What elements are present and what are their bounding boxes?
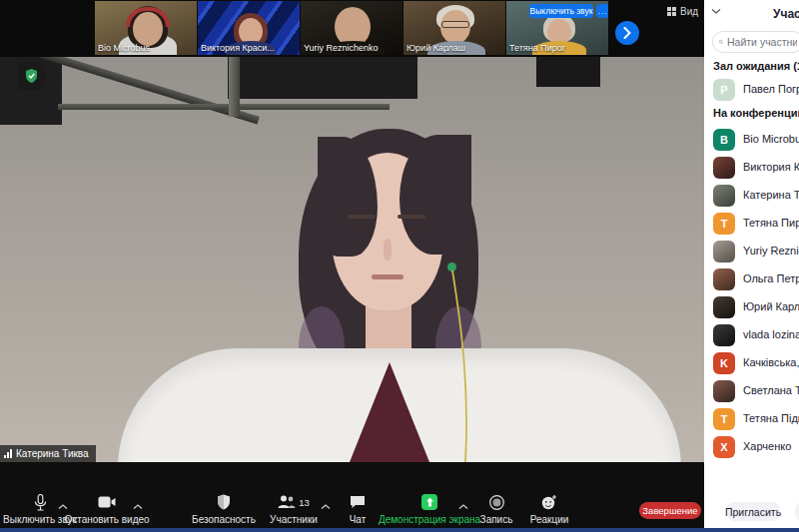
earbud-cable [0,57,704,462]
participant-row[interactable]: Yuriy Reznichen [704,239,799,265]
grid-view-icon [667,7,676,16]
participants-options-chevron[interactable] [321,504,331,510]
participant-name: vlada lozina [743,328,799,340]
panel-title: Учас [773,7,799,21]
filmstrip-next-button[interactable] [615,21,639,45]
avatar [713,241,735,263]
participant-row[interactable]: Катерина Тикв [704,183,799,209]
record-label: Запись [480,514,513,525]
avatar [713,380,735,402]
tile-name-label: Bio Microbus [98,43,150,53]
participant-name: Качківська, Ма [743,356,799,368]
view-label: Вид [680,6,698,17]
participant-name: Тетяна Пирог [743,217,799,229]
chat-bubble-icon [350,495,366,509]
panel-secondary-button[interactable] [795,502,799,521]
avatar: T [713,408,735,430]
video-tile-yuriy-reznichenko[interactable]: Yuriy Reznichenko [301,1,402,55]
reactions-button[interactable]: Реакции [519,494,579,525]
participant-name: Харченко [743,440,791,452]
participant-name: Yuriy Reznichen [743,245,799,257]
in-meeting-header: На конференции (1 [713,107,799,119]
headphones-shape [126,7,170,27]
search-input[interactable] [727,36,797,48]
camera-icon [98,496,116,508]
speaker-name: Катерина Тиква [16,448,89,459]
microphone-icon [34,494,47,511]
video-options-chevron[interactable] [133,504,143,510]
search-box[interactable] [712,31,799,53]
waiting-room-row[interactable]: P Павел Погриб [704,77,799,103]
share-screen-icon [421,494,437,510]
taskbar-sliver [0,528,799,532]
participant-name: Светлана Тете [743,384,799,396]
filmstrip-bar: Bio Microbus Виктория Краси... Yuriy Rez… [0,0,704,57]
avatar [713,296,735,318]
reactions-label: Реакции [530,514,569,525]
avatar: B [713,129,735,151]
chevron-right-icon [623,27,631,39]
glasses-shape [441,21,469,28]
waiting-room-header: Зал ожидания (1) [713,60,799,72]
avatar [713,157,735,179]
tile-name-label: Виктория Краси... [201,43,275,53]
participant-name: Катерина Тикв [743,189,799,201]
panel-collapse-chevron[interactable] [711,8,721,14]
participants-count: 13 [299,497,310,508]
participants-label: Участники [270,514,318,525]
record-button[interactable]: Запись [466,494,526,525]
encryption-badge[interactable] [17,62,45,90]
participant-row[interactable]: T Тетяна Пирог [704,211,799,237]
search-icon [719,37,723,47]
tile-name-label: Тетяна Пирог [509,43,565,53]
participants-panel: Учас Зал ожидания (1) P Павел Погриб На … [704,0,799,528]
meeting-toolbar: Выключить звук Остановить видео Безопасн… [0,462,704,528]
tile-name-label: Yuriy Reznichenko [304,43,379,53]
video-tile-yuriy-karlash[interactable]: Юрий Карлаш [403,1,505,55]
invite-button[interactable]: Пригласить [726,502,780,521]
participant-name: Павел Погриб [743,83,799,95]
security-label: Безопасность [192,514,256,525]
tile-name-label: Юрий Карлаш [406,43,465,53]
audio-signal-icon [4,449,12,458]
main-video-katerina[interactable]: Катерина Тиква [0,57,704,462]
stop-video-label: Остановить видео [64,514,149,525]
reactions-smiley-icon [541,495,557,510]
participant-row[interactable]: vlada lozina [704,322,799,348]
record-icon [489,495,504,510]
participant-row[interactable]: B Bio Microbus ( [704,127,799,153]
speaker-name-label: Катерина Тиква [0,445,96,462]
participant-row[interactable]: X Харченко [704,434,799,460]
participant-row[interactable]: Светлана Тете [704,378,799,404]
video-tile-bio-microbus[interactable]: Bio Microbus [95,1,197,55]
tile-more-button[interactable]: ... [596,4,608,18]
zoom-meeting-window: Bio Microbus Виктория Краси... Yuriy Rez… [0,0,799,532]
view-button[interactable]: Вид [667,4,698,18]
share-screen-label: Демонстрация экрана [379,514,480,525]
end-meeting-button[interactable]: Завершение [639,502,701,519]
tile-mute-button[interactable]: Выключить звук [529,4,593,18]
security-shield-icon [217,494,231,510]
participant-row[interactable]: K Качківська, Ма [704,350,799,376]
participant-name: Ольга Петровн [743,272,799,284]
participants-icon [278,495,296,509]
shield-check-icon [24,68,39,84]
avatar [713,324,735,346]
chat-label: Чат [350,514,367,525]
participant-name: Виктория Крас [743,161,799,173]
avatar: X [713,436,735,458]
participant-name: Bio Microbus ( [743,133,799,145]
participant-name: Тетяна Підгер [743,412,799,424]
participant-name: Юрий Карлаш [743,300,799,312]
participant-row[interactable]: Виктория Крас [704,155,799,181]
avatar: P [713,79,735,101]
video-tile-viktoria[interactable]: Виктория Краси... [198,1,300,55]
participant-row[interactable]: Юрий Карлаш [704,294,799,320]
avatar: T [713,213,735,235]
security-button[interactable]: Безопасность [184,494,264,525]
participant-row[interactable]: T Тетяна Підгер [704,406,799,432]
avatar: K [713,352,735,374]
video-tile-tetiana-pyroh[interactable]: Выключить звук ... Тетяна Пирог [506,1,608,55]
avatar [713,185,735,207]
participant-row[interactable]: Ольга Петровн [704,266,799,292]
